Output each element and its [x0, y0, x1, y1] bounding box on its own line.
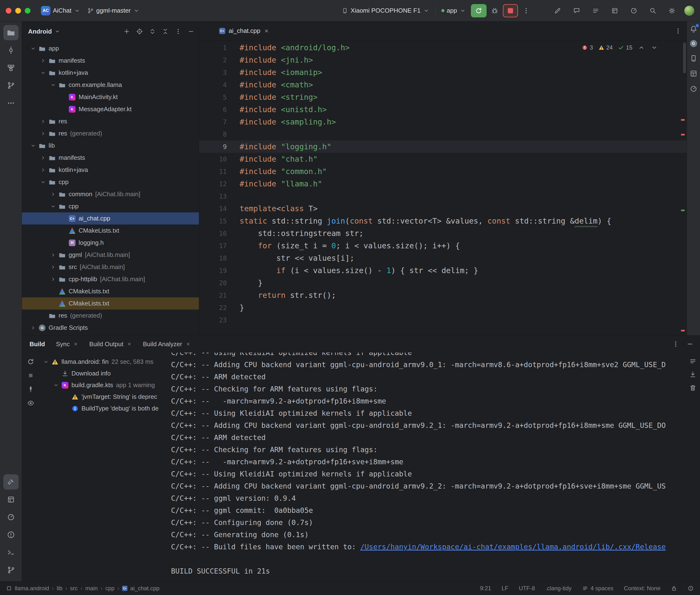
indent-setting[interactable]: 4 spaces — [582, 585, 614, 592]
view-options-button[interactable] — [27, 399, 34, 407]
tab-build-output[interactable]: Build Output — [89, 340, 132, 348]
terminal-tool-button[interactable] — [3, 545, 19, 560]
debug-button[interactable] — [488, 4, 501, 18]
tab-sync[interactable]: Sync — [56, 340, 78, 348]
pull-requests-tool-button[interactable] — [3, 78, 19, 93]
build-console[interactable]: C/C++: -- Using KleidiAI optimized kerne… — [167, 352, 700, 581]
tree-item-cpp[interactable]: cpp — [22, 176, 199, 188]
cursor-position[interactable]: 9:21 — [480, 585, 491, 592]
chevron-collapsed-icon[interactable] — [49, 263, 58, 272]
code-line[interactable]: 5#include <string> — [199, 91, 687, 103]
tree-item-cmakelists-txt[interactable]: CMakeLists.txt — [22, 298, 199, 310]
code-line[interactable]: 10#include "chat.h" — [199, 153, 687, 165]
console-link[interactable]: /Users/hanyin/Workspace/ai-chat/examples… — [360, 543, 666, 551]
code-line[interactable]: 20 } — [199, 277, 687, 289]
app-insights-button[interactable] — [690, 85, 698, 93]
editor-scrollbar[interactable] — [683, 42, 686, 73]
error-stripe-mark[interactable] — [681, 134, 685, 136]
context-indicator[interactable]: Context: None — [624, 585, 661, 592]
chevron-collapsed-icon[interactable] — [38, 56, 48, 65]
inspections-widget[interactable]: 3 24 15 — [582, 44, 658, 51]
pin-tab-button[interactable] — [27, 386, 34, 393]
build-tree-item[interactable]: Kbuild.gradle.ktsapp 1 warning — [39, 379, 167, 391]
tree-item-ggml[interactable]: ggml[AiChat.lib.main] — [22, 249, 199, 261]
ai-assistant-button[interactable] — [551, 4, 564, 18]
chevron-collapsed-icon[interactable] — [38, 166, 48, 174]
chevron-expanded-icon[interactable] — [38, 178, 48, 187]
gradle-tool-button[interactable]: G — [690, 40, 697, 47]
device-selector[interactable]: Xiaomi POCOPHONE F1 — [338, 4, 433, 17]
build-options-button[interactable] — [672, 340, 679, 348]
code-line[interactable]: 18 str << values[i]; — [199, 252, 687, 264]
soft-wrap-button[interactable] — [689, 358, 697, 365]
user-avatar[interactable] — [684, 6, 694, 16]
code-line[interactable]: 8 — [199, 128, 687, 140]
code-line[interactable]: 3#include <iomanip> — [199, 66, 687, 79]
breadcrumb-item[interactable]: ai_chat.cpp — [130, 585, 160, 592]
line-separator[interactable]: LF — [502, 585, 508, 592]
device-manager-button[interactable] — [690, 54, 698, 62]
code-line[interactable]: 17 for (size_t i = 0; i < values.size();… — [199, 239, 687, 252]
tab-ai-chat-cpp[interactable]: C+ ai_chat.cpp — [214, 22, 274, 40]
code-line[interactable]: 12#include "llama.h" — [199, 178, 687, 190]
tree-item-lib[interactable]: lib — [22, 140, 199, 152]
clear-console-button[interactable] — [689, 384, 697, 392]
search-everywhere-button[interactable] — [646, 4, 660, 18]
plugins-button[interactable] — [608, 4, 621, 18]
editor-options-button[interactable] — [674, 27, 682, 35]
error-stripe-mark[interactable] — [681, 119, 685, 121]
rerun-app-button[interactable] — [471, 4, 486, 18]
breadcrumb-item[interactable]: lib — [57, 585, 62, 592]
code-line[interactable]: 21 return str.str(); — [199, 289, 687, 302]
project-tree[interactable]: appmanifestskotlin+javacom.example.llama… — [22, 41, 199, 335]
project-view-selector[interactable]: Android — [28, 28, 52, 35]
chevron-expanded-icon[interactable] — [29, 44, 38, 53]
collapse-all-button[interactable] — [162, 28, 169, 35]
rerun-build-button[interactable] — [27, 358, 34, 366]
stop-button[interactable] — [503, 4, 518, 18]
tree-item-cpp[interactable]: cpp — [22, 200, 199, 213]
build-tree-item[interactable]: llama.android: fin22 sec, 583 ms — [39, 356, 167, 368]
code-line[interactable]: 9#include "logging.h" — [199, 140, 687, 153]
error-count[interactable]: 3 — [582, 44, 593, 51]
run-config-selector[interactable]: app — [438, 4, 470, 17]
tree-item-res[interactable]: res(generated) — [22, 310, 199, 322]
chevron-collapsed-icon[interactable] — [38, 153, 48, 162]
previous-problem-button[interactable] — [638, 44, 645, 51]
chevron-collapsed-icon[interactable] — [29, 323, 38, 332]
stop-build-button[interactable] — [27, 372, 34, 379]
tree-item-mainactivity-kt[interactable]: KMainActivity.kt — [22, 91, 199, 103]
code-line[interactable]: 7#include <sampling.h> — [199, 116, 687, 128]
zoom-window-button[interactable] — [25, 8, 30, 13]
commit-tool-button[interactable] — [3, 42, 19, 58]
editor-body[interactable]: 1#include <android/log.h>2#include <jni.… — [199, 40, 687, 335]
build-tool-button[interactable] — [3, 474, 19, 489]
file-encoding[interactable]: UTF-8 — [519, 585, 535, 592]
tree-item-kotlin-java[interactable]: kotlin+java — [22, 164, 199, 176]
project-options-button[interactable] — [175, 28, 182, 35]
structure-tool-button[interactable] — [3, 60, 19, 76]
tree-item-common[interactable]: common[AiChat.lib.main] — [22, 188, 199, 200]
tree-item-manifests[interactable]: manifests — [22, 152, 199, 164]
change-stripe-mark[interactable] — [681, 209, 685, 211]
chevron-expanded-icon[interactable] — [29, 141, 38, 150]
close-tab-icon[interactable] — [186, 341, 191, 347]
close-tab-icon[interactable] — [127, 341, 132, 347]
profiler-tool-button[interactable] — [3, 510, 19, 525]
build-tree[interactable]: llama.android: fin22 sec, 583 msDownload… — [39, 352, 167, 581]
warning-count[interactable]: 24 — [598, 44, 613, 51]
tree-item-ai-chat-cpp[interactable]: C+ai_chat.cpp — [22, 213, 199, 225]
add-button[interactable] — [123, 28, 130, 35]
code-line[interactable]: 13 — [199, 190, 687, 202]
tree-item-kotlin-java[interactable]: kotlin+java — [22, 67, 199, 79]
breadcrumb-item[interactable]: main — [85, 585, 97, 592]
code-line[interactable]: 4#include <cmath> — [199, 79, 687, 91]
code-line[interactable]: 6#include <unistd.h> — [199, 103, 687, 116]
vcs-widget[interactable]: ggml-master — [84, 4, 143, 17]
problems-tool-button[interactable] — [3, 527, 19, 542]
todo-list-button[interactable] — [589, 4, 603, 18]
running-devices-button[interactable] — [690, 69, 698, 78]
more-tool-windows-button[interactable] — [3, 95, 19, 111]
tree-item-res[interactable]: res — [22, 115, 199, 128]
tree-item-cpp-httplib[interactable]: cpp-httplib[AiChat.lib.main] — [22, 273, 199, 285]
